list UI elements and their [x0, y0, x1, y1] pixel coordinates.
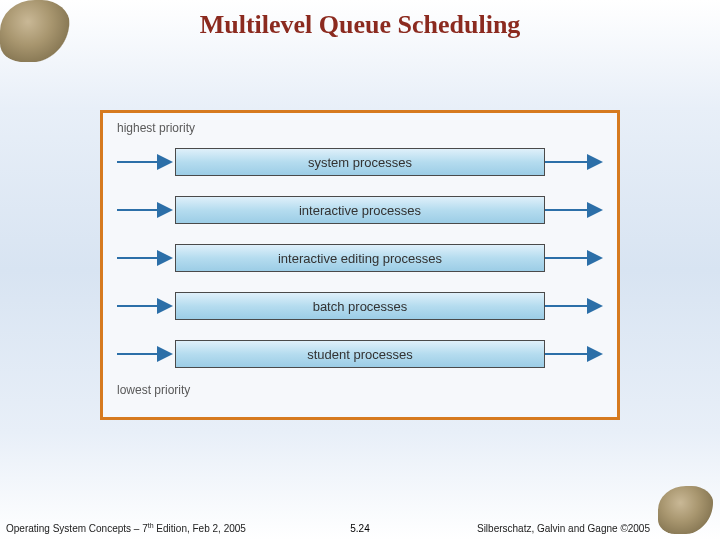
arrow-in-icon — [117, 344, 175, 364]
slide-footer: Operating System Concepts – 7th Edition,… — [6, 522, 650, 534]
queue-row-system: system processes — [117, 139, 603, 185]
arrow-out-icon — [545, 152, 603, 172]
queue-box-batch: batch processes — [175, 292, 545, 320]
arrow-out-icon — [545, 200, 603, 220]
queue-row-interactive-editing: interactive editing processes — [117, 235, 603, 281]
arrow-out-icon — [545, 344, 603, 364]
footer-center: 5.24 — [350, 523, 369, 534]
queue-box-interactive: interactive processes — [175, 196, 545, 224]
lowest-priority-label: lowest priority — [117, 383, 603, 397]
footer-left: Operating System Concepts – 7th Edition,… — [6, 522, 246, 534]
arrow-in-icon — [117, 200, 175, 220]
arrow-in-icon — [117, 152, 175, 172]
queue-row-batch: batch processes — [117, 283, 603, 329]
footer-left-post: Edition, Feb 2, 2005 — [154, 523, 246, 534]
arrow-out-icon — [545, 248, 603, 268]
arrow-in-icon — [117, 248, 175, 268]
highest-priority-label: highest priority — [117, 121, 603, 135]
queue-box-system: system processes — [175, 148, 545, 176]
arrow-in-icon — [117, 296, 175, 316]
arrow-out-icon — [545, 296, 603, 316]
queue-row-student: student processes — [117, 331, 603, 377]
queue-box-student: student processes — [175, 340, 545, 368]
queue-row-interactive: interactive processes — [117, 187, 603, 233]
slide-title: Multilevel Queue Scheduling — [0, 10, 720, 40]
queue-diagram: highest priority system processes intera… — [100, 110, 620, 420]
footer-left-pre: Operating System Concepts – 7 — [6, 523, 148, 534]
dinosaur-logo-bottom — [658, 486, 714, 534]
queue-box-interactive-editing: interactive editing processes — [175, 244, 545, 272]
footer-right: Silberschatz, Galvin and Gagne ©2005 — [477, 523, 650, 534]
